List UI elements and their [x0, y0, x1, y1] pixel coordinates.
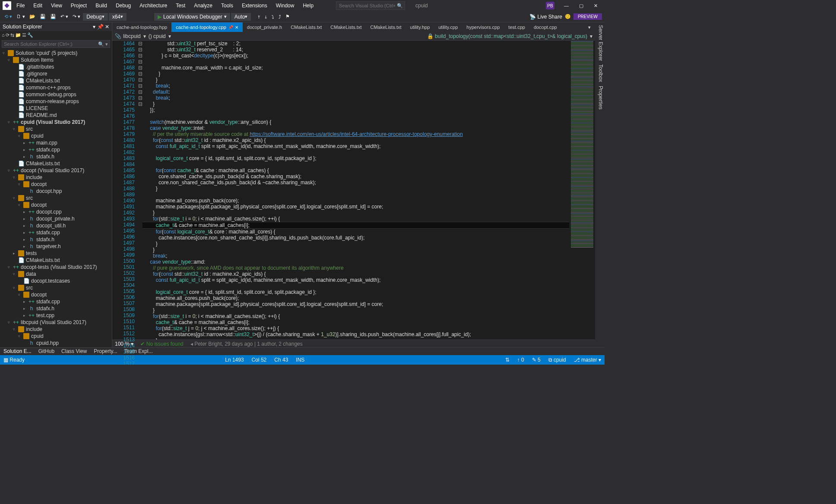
- properties-icon[interactable]: 🔧: [27, 32, 33, 38]
- sync-icon[interactable]: ⇅: [505, 357, 510, 363]
- rail-tab[interactable]: Toolbox: [596, 64, 604, 82]
- collapse-icon[interactable]: 📁: [15, 32, 21, 38]
- close-icon[interactable]: ✕: [235, 25, 238, 30]
- right-tool-rail[interactable]: Server ExplorerToolboxProperties: [595, 22, 605, 347]
- editor-tab[interactable]: cache-and-topology.cpp 📌 ✕: [171, 22, 243, 32]
- platform-dropdown[interactable]: x64 ▾: [109, 13, 127, 21]
- tree-node[interactable]: ▿src: [0, 126, 112, 132]
- run-debugger-button[interactable]: ▶ Local Windows Debugger ▾: [154, 13, 230, 21]
- search-icon[interactable]: 🔍 ▾: [96, 41, 110, 47]
- tree-node[interactable]: 📄common-c++.props: [0, 84, 112, 91]
- global-search-input[interactable]: [336, 3, 395, 8]
- global-search[interactable]: 🔍: [336, 1, 405, 10]
- tree-node[interactable]: ▿Solution 'cpuid' (5 projects): [0, 50, 112, 57]
- tree-node[interactable]: 📄.gitattributes: [0, 63, 112, 70]
- home-icon[interactable]: ⌂: [2, 32, 5, 38]
- editor-tab[interactable]: CMakeLists.txt: [326, 22, 366, 32]
- editor-tab[interactable]: docopt_private.h: [243, 22, 286, 32]
- show-all-icon[interactable]: ☰: [22, 32, 26, 38]
- menu-analyze[interactable]: Analyze: [190, 1, 216, 10]
- tree-node[interactable]: ▸++docopt.cpp: [0, 208, 112, 215]
- tree-node[interactable]: ▸htargetver.h: [0, 243, 112, 250]
- tree-node[interactable]: 📄LICENSE: [0, 105, 112, 112]
- editor-tab[interactable]: utility.cpp: [434, 22, 462, 32]
- step-icon-2[interactable]: ⫰: [263, 13, 269, 20]
- tree-node[interactable]: 📄CMakeLists.txt: [0, 160, 112, 167]
- menu-window[interactable]: Window: [272, 1, 298, 10]
- minimize-button[interactable]: —: [560, 3, 573, 8]
- tree-node[interactable]: ▸++test.cpp: [0, 312, 112, 319]
- menu-architecture[interactable]: Architecture: [136, 1, 171, 10]
- breadcrumb-bar[interactable]: 📎 libcpuid ▾ () cpuid ▾ 🔒 build_topology…: [112, 32, 595, 41]
- flag-icon[interactable]: ⚑: [284, 13, 291, 20]
- menu-test[interactable]: Test: [172, 1, 189, 10]
- tree-node[interactable]: 📄CMakeLists.txt: [0, 77, 112, 84]
- changes-count[interactable]: ✎ 5: [532, 357, 541, 363]
- close-button[interactable]: ✕: [589, 3, 602, 9]
- menu-build[interactable]: Build: [92, 1, 111, 10]
- tree-node[interactable]: ▸hdocopt_util.h: [0, 222, 112, 229]
- tree-node[interactable]: ▸++stdafx.cpp: [0, 229, 112, 236]
- redo-icon[interactable]: ↷ ▾: [71, 13, 82, 20]
- editor-tab[interactable]: utility.hpp: [406, 22, 434, 32]
- push-count[interactable]: ↑ 0: [517, 357, 524, 363]
- bottom-tab[interactable]: Solution E...: [0, 348, 35, 355]
- tree-node[interactable]: ▿cpuid: [0, 132, 112, 139]
- open-icon[interactable]: 📂: [28, 13, 37, 20]
- config-dropdown[interactable]: Debug ▾: [83, 13, 108, 21]
- step-icon-4[interactable]: ⤴: [277, 13, 283, 20]
- bottom-tool-tabs[interactable]: Solution E...GitHubClass ViewProperty...…: [0, 347, 605, 355]
- tree-node[interactable]: ▿Solution Items: [0, 57, 112, 63]
- tree-node[interactable]: ▿src: [0, 284, 112, 291]
- close-icon[interactable]: ✕: [105, 24, 109, 30]
- solution-search-input[interactable]: [2, 41, 96, 47]
- menu-edit[interactable]: Edit: [30, 1, 46, 10]
- tree-node[interactable]: ▿++cpuid (Visual Studio 2017): [0, 119, 112, 126]
- tab-overflow-icon[interactable]: ▾: [584, 22, 595, 32]
- issues-status[interactable]: ✔ No issues found: [140, 341, 183, 347]
- fold-column[interactable]: ⊟⊟ ⊟ ⊟ ⊟ ⊟ ⊟ ⊟ ⊟ ⊟ ⊟: [138, 41, 142, 340]
- solution-search[interactable]: 🔍 ▾: [2, 40, 110, 48]
- breadcrumb-project[interactable]: 📎 libcpuid: [115, 33, 141, 39]
- live-share-button[interactable]: 📡 Live Share: [529, 14, 562, 20]
- menu-debug[interactable]: Debug: [112, 1, 134, 10]
- tree-node[interactable]: 📄common-debug.props: [0, 91, 112, 98]
- breadcrumb-symbol[interactable]: 🔒 build_topology(const std::map<std::uin…: [427, 33, 587, 39]
- tree-node[interactable]: ▿cpuid: [0, 333, 112, 340]
- undo-icon[interactable]: ↶ ▾: [59, 13, 70, 20]
- tree-node[interactable]: ▿docopt: [0, 291, 112, 298]
- menu-extensions[interactable]: Extensions: [238, 1, 271, 10]
- tree-node[interactable]: ▸hdocopt_private.h: [0, 215, 112, 222]
- bottom-tab[interactable]: Class View: [58, 348, 90, 355]
- breadcrumb-scope[interactable]: () cpuid: [149, 33, 166, 39]
- save-all-icon[interactable]: 💾: [48, 13, 58, 20]
- menu-view[interactable]: View: [48, 1, 66, 10]
- tree-node[interactable]: 📄README.md: [0, 112, 112, 119]
- bottom-tab[interactable]: GitHub: [35, 348, 58, 355]
- navigate-back-icon[interactable]: ⟲ ▾: [3, 13, 14, 20]
- tree-node[interactable]: ▸++main.cpp: [0, 139, 112, 146]
- tree-node[interactable]: hdocopt.hpp: [0, 188, 112, 195]
- tree-node[interactable]: ▸tests: [0, 250, 112, 257]
- pin-icon[interactable]: ▾ 📌: [93, 24, 103, 30]
- new-project-icon[interactable]: 🗋 ▾: [15, 13, 27, 20]
- tree-node[interactable]: ▿++docopt-tests (Visual Studio 2017): [0, 264, 112, 271]
- tree-node[interactable]: 📄CMakeLists.txt: [0, 257, 112, 264]
- user-avatar[interactable]: PB: [546, 2, 554, 9]
- refresh-icon[interactable]: ⟳: [6, 32, 10, 38]
- tree-node[interactable]: ▿data: [0, 271, 112, 277]
- feedback-icon[interactable]: 🙂: [563, 13, 573, 20]
- editor-tab[interactable]: hypervisors.cpp: [462, 22, 504, 32]
- tree-node[interactable]: ▸++stdafx.cpp: [0, 146, 112, 153]
- menu-tools[interactable]: Tools: [218, 1, 237, 10]
- editor-tab[interactable]: cache-and-topology.hpp: [112, 22, 171, 32]
- solution-tree[interactable]: ▿Solution 'cpuid' (5 projects)▿Solution …: [0, 49, 112, 347]
- tree-node[interactable]: 📄.gitignore: [0, 70, 112, 77]
- tree-node[interactable]: ▸hstdafx.h: [0, 305, 112, 312]
- editor-tab[interactable]: test.cpp: [504, 22, 529, 32]
- step-icon-3[interactable]: ⤵: [270, 13, 276, 20]
- repo-name[interactable]: ⧉ cpuid: [548, 357, 566, 363]
- editor-tab[interactable]: CMakeLists.txt: [366, 22, 405, 32]
- save-icon[interactable]: 💾: [38, 13, 48, 20]
- code-content[interactable]: std::uint32_t perf_tsc_size : 2; std::ui…: [142, 41, 569, 340]
